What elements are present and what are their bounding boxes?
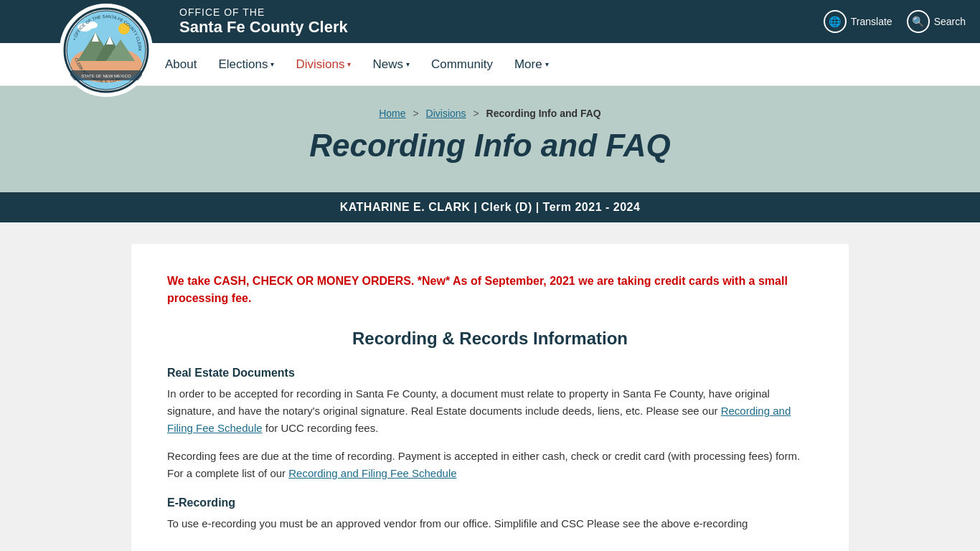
page-banner: Home > Divisions > Recording Info and FA… xyxy=(0,86,980,192)
erecording-text: To use e-recording you must be an approv… xyxy=(167,515,813,532)
search-icon: 🔍 xyxy=(907,10,930,33)
svg-text:STATE OF NEW MEXICO: STATE OF NEW MEXICO xyxy=(81,74,131,78)
section-title: Recording & Records Information xyxy=(167,329,813,349)
real-estate-text1: In order to be accepted for recording in… xyxy=(167,385,813,437)
main-nav: About Elections ▾ Divisions ▾ News ▾ Com… xyxy=(165,54,549,75)
seal-logo: • OFFICE OF THE SANTA FE COUNTY CLERK • … xyxy=(60,4,153,97)
nav-elections[interactable]: Elections ▾ xyxy=(218,54,274,75)
divisions-dropdown-arrow: ▾ xyxy=(347,60,351,68)
office-line1: OFFICE OF THE xyxy=(179,6,348,18)
notice-text: We take CASH, CHECK OR MONEY ORDERS. *Ne… xyxy=(167,273,813,307)
nav-more[interactable]: More ▾ xyxy=(514,54,549,75)
office-title: OFFICE OF THE Santa Fe County Clerk xyxy=(179,6,348,37)
translate-icon: 🌐 xyxy=(824,10,847,33)
elections-dropdown-arrow: ▾ xyxy=(270,60,274,68)
nav-community[interactable]: Community xyxy=(431,54,493,75)
breadcrumb-home[interactable]: Home xyxy=(379,108,405,119)
translate-button[interactable]: 🌐 Translate xyxy=(824,10,892,33)
news-dropdown-arrow: ▾ xyxy=(406,60,410,68)
search-button[interactable]: 🔍 Search xyxy=(907,10,966,33)
header-right: 🌐 Translate 🔍 Search xyxy=(824,10,966,33)
breadcrumb-sep2: > xyxy=(473,108,481,119)
page-title: Recording Info and FAQ xyxy=(14,128,966,164)
breadcrumb-sep1: > xyxy=(413,108,421,119)
clerk-bar: KATHARINE E. CLARK | Clerk (D) | Term 20… xyxy=(0,192,980,222)
main-content: We take CASH, CHECK OR MONEY ORDERS. *Ne… xyxy=(131,244,849,551)
breadcrumb-divisions[interactable]: Divisions xyxy=(426,108,466,119)
nav-news[interactable]: News ▾ xyxy=(372,54,410,75)
more-dropdown-arrow: ▾ xyxy=(545,60,549,68)
fee-schedule-link-2[interactable]: Recording and Filing Fee Schedule xyxy=(288,467,456,479)
breadcrumb: Home > Divisions > Recording Info and FA… xyxy=(14,108,966,119)
real-estate-title: Real Estate Documents xyxy=(167,367,813,380)
nav-divisions[interactable]: Divisions ▾ xyxy=(296,54,351,75)
erecording-title: E-Recording xyxy=(167,496,813,509)
real-estate-text2: Recording fees are due at the time of re… xyxy=(167,448,813,482)
top-header: • OFFICE OF THE SANTA FE COUNTY CLERK • … xyxy=(0,0,980,43)
breadcrumb-current: Recording Info and FAQ xyxy=(486,108,601,119)
office-line2: Santa Fe County Clerk xyxy=(179,18,348,37)
nav-about[interactable]: About xyxy=(165,54,197,75)
